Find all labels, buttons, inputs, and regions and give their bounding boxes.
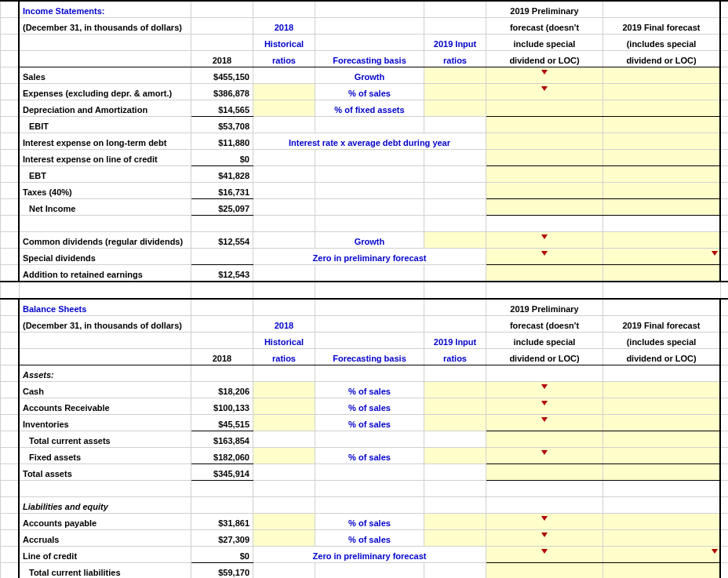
row-cash: Cash: [19, 382, 191, 398]
row-accruals: Accruals: [19, 530, 191, 547]
prelim-sales[interactable]: [486, 67, 603, 84]
row-loc: Line of credit: [19, 547, 191, 563]
final-sales[interactable]: [603, 67, 721, 84]
error-marker-icon: [541, 86, 548, 91]
hist-expenses[interactable]: [253, 84, 315, 100]
row-inv: Inventories: [19, 415, 191, 431]
error-marker-icon: [541, 401, 548, 405]
row-fa: Fixed assets: [19, 448, 191, 464]
error-marker-icon: [541, 549, 548, 554]
row-sales: Sales: [19, 67, 191, 84]
row-div-common: Common dividends (regular dividends): [19, 232, 191, 249]
assets-header: Assets:: [19, 365, 191, 382]
input-sales-ratio[interactable]: [424, 67, 486, 84]
row-int-lt: Interest expense on long-term debt: [19, 133, 191, 150]
row-taxes: Taxes (40%): [19, 183, 191, 199]
error-marker-icon: [541, 450, 548, 455]
error-marker-icon: [712, 549, 718, 554]
row-div-special: Special dividends: [19, 249, 191, 265]
income-title: Income Statements:: [19, 1, 191, 18]
row-ap: Accounts payable: [19, 514, 191, 530]
row-add-re: Addition to retained earnings: [19, 265, 191, 282]
row-expenses: Expenses (excluding depr. & amort.): [19, 84, 191, 100]
row-depr: Depreciation and Amortization: [19, 100, 191, 117]
error-marker-icon: [541, 234, 548, 239]
error-marker-icon: [541, 70, 548, 75]
error-marker-icon: [541, 516, 548, 521]
row-int-loc: Interest expense on line of credit: [19, 150, 191, 166]
error-marker-icon: [541, 533, 548, 537]
error-marker-icon: [541, 251, 548, 256]
error-marker-icon: [541, 417, 548, 422]
row-ni: Net Income: [19, 199, 191, 216]
balance-title: Balance Sheets: [19, 299, 191, 316]
error-marker-icon: [541, 384, 548, 389]
row-ar: Accounts Receivable: [19, 398, 191, 415]
income-subtitle: (December 31, in thousands of dollars): [19, 18, 191, 35]
hdr-prelim: 2019 Preliminary: [486, 1, 603, 18]
error-marker-icon: [712, 251, 718, 256]
row-tcl: Total current liabilities: [19, 563, 191, 579]
row-num: [1, 1, 20, 18]
row-ebt: EBT: [19, 166, 191, 183]
hdr-basis: Forecasting basis: [315, 51, 424, 67]
row-ebit: EBIT: [19, 117, 191, 133]
hdr-2018: 2018: [191, 51, 253, 67]
row-tca: Total current assets: [19, 431, 191, 448]
liab-header: Liabilities and equity: [19, 497, 191, 514]
row-ta: Total assets: [19, 464, 191, 481]
spreadsheet[interactable]: Income Statements: 2019 Preliminary (Dec…: [0, 0, 728, 578]
